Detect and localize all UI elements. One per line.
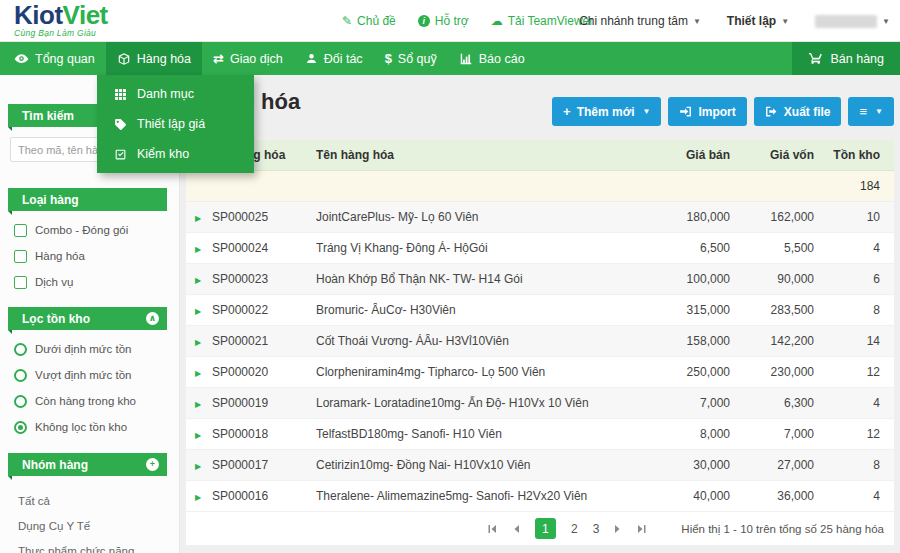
option-label: Còn hàng trong kho [35,395,136,407]
nav-item-doi-tac[interactable]: Đối tác [294,42,374,75]
branch-selector[interactable]: Chi nhánh trung tâm▼ [579,14,701,28]
checkbox-option-hang-hoa[interactable]: Hàng hóa [14,243,179,269]
table-row[interactable]: ▶ SP000016 Theralene- Alimemazine5mg- Sa… [186,481,894,512]
export-button[interactable]: Xuất file [754,97,842,126]
column-header-cost[interactable]: Giá vốn [730,148,814,162]
radio-option-duoi-dinh-muc[interactable]: Dưới định mức tồn [14,336,179,362]
column-options-button[interactable]: ≡▼ [848,97,894,126]
add-group-plus-icon[interactable]: + [146,458,159,471]
expand-row-icon[interactable]: ▶ [195,431,201,440]
stock-filter-section-header[interactable]: Lọc tồn kho∧ [8,307,167,330]
product-cost: 36,000 [730,489,814,503]
page-number-1[interactable]: 1 [535,518,556,539]
expand-row-icon[interactable]: ▶ [195,462,201,471]
table-row[interactable]: ▶ SP000023 Hoàn Khớp Bổ Thận NK- TW- H14… [186,264,894,295]
radio-selected-icon[interactable] [14,421,27,434]
radio-icon[interactable] [14,369,27,382]
radio-icon[interactable] [14,395,27,408]
table-row[interactable]: ▶ SP000024 Tráng Vị Khang- Đông Á- HộGói… [186,233,894,264]
option-label: Dưới định mức tồn [35,343,131,355]
expand-row-icon[interactable]: ▶ [195,276,201,285]
teamviewer-link[interactable]: ☁Tải TeamViewer [491,14,594,28]
nav-item-giao-dich[interactable]: ⇄ Giao dịch [202,42,294,75]
table-row[interactable]: ▶ SP000017 Cetirizin10mg- Đồng Nai- H10V… [186,450,894,481]
logo-text: KiotViet [14,2,108,28]
collapse-chevron-up-icon[interactable]: ∧ [146,312,159,325]
page-first-button[interactable] [487,524,497,534]
theme-link[interactable]: ✎Chủ đề [342,14,396,28]
user-menu[interactable]: ▼ [815,15,890,28]
product-stock: 4 [814,241,880,255]
radio-icon[interactable] [14,343,27,356]
expand-row-icon[interactable]: ▶ [195,214,201,223]
menu-item-kiem-kho[interactable]: Kiểm kho [97,139,254,169]
product-group-section-header[interactable]: Nhóm hàng+ [8,453,167,476]
page-number-2[interactable]: 2 [571,522,578,536]
nav-item-tong-quan[interactable]: Tổng quan [3,42,106,75]
table-row[interactable]: ▶ SP000018 TelfastBD180mg- Sanofi- H10 V… [186,419,894,450]
product-stock: 4 [814,396,880,410]
pagination-info: Hiển thị 1 - 10 trên tổng số 25 hàng hóa [681,523,884,535]
page-next-button[interactable] [614,524,622,534]
option-label: Không lọc tồn kho [35,421,127,433]
table-row[interactable]: ▶ SP000019 Loramark- Loratadine10mg- Ấn … [186,388,894,419]
support-link[interactable]: iHỗ trợ [418,14,469,28]
column-header-stock[interactable]: Tồn kho [814,148,880,162]
product-price: 250,000 [630,365,730,379]
product-name: JointCarePlus- Mỹ- Lọ 60 Viên [316,210,630,224]
table-row[interactable]: ▶ SP000022 Bromuric- ÂuCơ- H30Viên 315,0… [186,295,894,326]
kiotviet-logo[interactable]: KiotViet Cùng Bạn Làm Giàu [14,2,108,38]
menu-item-danh-muc[interactable]: Danh mục [97,79,254,109]
expand-row-icon[interactable]: ▶ [195,338,201,347]
grid-icon [114,88,127,101]
table-footer: 1 2 3 Hiển thị 1 - 10 trên tổng số 25 hà… [186,512,894,545]
product-type-options: Combo - Đóng gói Hàng hóa Dịch vụ [0,211,179,295]
settings-menu[interactable]: Thiết lập▼ [727,14,789,28]
group-link-tat-ca[interactable]: Tất cả [18,488,179,513]
page-number-3[interactable]: 3 [593,522,600,536]
check-square-icon [114,148,127,161]
expand-row-icon[interactable]: ▶ [195,307,201,316]
products-table: Mã hàng hóa Tên hàng hóa Giá bán Giá vốn… [186,140,894,545]
group-link-dung-cu-y-te[interactable]: Dụng Cụ Y Tế [18,513,179,538]
checkbox-icon[interactable] [14,224,27,237]
product-code: SP000024 [212,241,316,255]
radio-option-vuot-dinh-muc[interactable]: Vượt định mức tồn [14,362,179,388]
page-prev-button[interactable] [512,524,520,534]
checkbox-icon[interactable] [14,250,27,263]
product-price: 6,500 [630,241,730,255]
table-row[interactable]: ▶ SP000021 Cốt Thoái Vương- ÁÂu- H3Vỉ10V… [186,326,894,357]
chevron-down-icon: ▼ [781,17,789,26]
expand-row-icon[interactable]: ▶ [195,493,201,502]
expand-row-icon[interactable]: ▶ [195,245,201,254]
radio-option-con-hang[interactable]: Còn hàng trong kho [14,388,179,414]
table-row[interactable]: ▶ SP000020 Clorpheniramin4mg- Tipharco- … [186,357,894,388]
kiotviet-app: KiotViet Cùng Bạn Làm Giàu ✎Chủ đề iHỗ t… [0,0,900,553]
checkbox-option-dich-vu[interactable]: Dịch vụ [14,269,179,295]
add-new-button[interactable]: +Thêm mới▼ [552,97,661,126]
nav-item-bao-cao[interactable]: Báo cáo [448,42,536,75]
product-code: SP000020 [212,365,316,379]
column-header-name[interactable]: Tên hàng hóa [316,148,630,162]
group-link-thuc-pham[interactable]: Thực phẩm chức năng [18,538,179,553]
nav-item-so-quy[interactable]: $ Sổ quỹ [374,42,448,75]
product-cost: 90,000 [730,272,814,286]
menu-item-thiet-lap-gia[interactable]: Thiết lập giá [97,109,254,139]
expand-row-icon[interactable]: ▶ [195,400,201,409]
checkbox-icon[interactable] [14,276,27,289]
product-name: Cốt Thoái Vương- ÁÂu- H3Vỉ10Viên [316,334,630,348]
sell-button[interactable]: Bán hàng [792,42,900,75]
import-button[interactable]: Import [668,97,746,126]
expand-row-icon[interactable]: ▶ [195,369,201,378]
product-cost: 27,000 [730,458,814,472]
nav-label: Giao dịch [230,52,283,66]
page-last-button[interactable] [637,524,647,534]
nav-item-hang-hoa[interactable]: Hàng hóa [106,42,202,75]
branch-label: Chi nhánh trung tâm [579,14,688,28]
radio-option-khong-loc[interactable]: Không lọc tồn kho [14,414,179,440]
pagination: 1 2 3 [487,518,647,539]
export-icon [765,105,778,118]
checkbox-option-combo[interactable]: Combo - Đóng gói [14,217,179,243]
column-header-price[interactable]: Giá bán [630,148,730,162]
table-row[interactable]: ▶ SP000025 JointCarePlus- Mỹ- Lọ 60 Viên… [186,202,894,233]
